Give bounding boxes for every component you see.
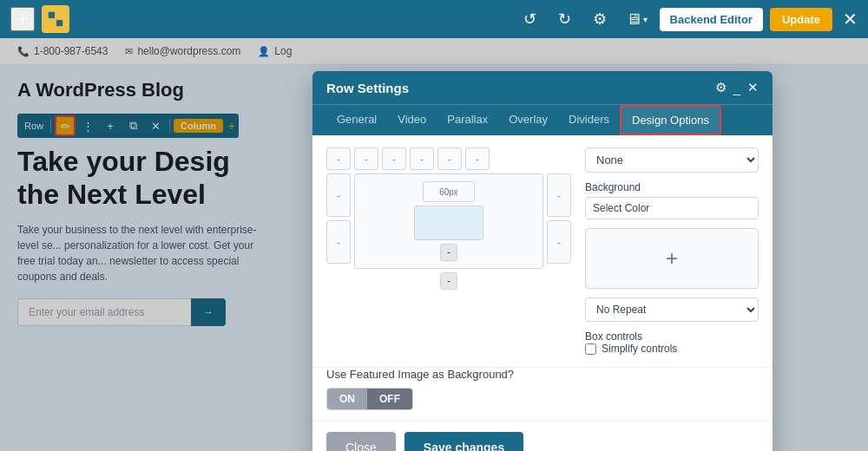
bottom-grid-row: - (326, 272, 571, 290)
tab-parallax[interactable]: Parallax (437, 105, 498, 135)
column-preview-box (414, 206, 483, 240)
svg-rect-1 (56, 12, 62, 18)
responsive-menu-button[interactable]: 🖥 ▾ (621, 7, 653, 32)
add-element-button[interactable]: + (10, 7, 35, 31)
tab-overlay[interactable]: Overlay (498, 105, 558, 135)
modal-minimize-button[interactable]: _ (733, 81, 740, 95)
modal-close-button[interactable]: ✕ (747, 80, 759, 95)
box-controls-label: Box controls (585, 330, 759, 343)
app-logo (42, 5, 69, 33)
modal-grid-area: - - - - - - - - 60px (326, 147, 571, 355)
featured-image-toggle: ON OFF (326, 388, 413, 410)
modal-settings-icon[interactable]: ⚙ (715, 80, 727, 95)
tab-general[interactable]: General (326, 105, 387, 135)
modal-footer: Close Save changes (312, 421, 773, 451)
right-settings-panel: None Background Select Color + No Repeat (585, 147, 759, 355)
add-image-icon: + (666, 246, 678, 271)
grid-box[interactable]: - (465, 147, 490, 170)
left-col-boxes: - - (326, 173, 351, 264)
close-button[interactable]: Close (326, 432, 396, 451)
right-col-boxes: - - (547, 173, 571, 264)
tab-design-options[interactable]: Design Options (620, 105, 721, 135)
monitor-icon: 🖥 (626, 10, 641, 29)
toggle-on-button[interactable]: ON (327, 389, 367, 409)
dropdown-arrow-icon: ▾ (643, 15, 648, 24)
simplify-controls-label: Simplify controls (602, 343, 677, 355)
backend-editor-button[interactable]: Backend Editor (660, 8, 763, 31)
modal-body: - - - - - - - - 60px (312, 135, 773, 367)
undo-button[interactable]: ↺ (516, 5, 544, 33)
top-grid-row: - - - - - - (326, 147, 571, 170)
svg-rect-2 (49, 20, 55, 26)
grid-box[interactable]: - (382, 147, 406, 170)
bottom-spacing-btn[interactable]: - (440, 272, 457, 290)
background-section: Background Select Color (585, 181, 759, 219)
simplify-controls-row: Simplify controls (585, 343, 759, 355)
svg-rect-3 (56, 20, 62, 26)
grid-box[interactable]: - (354, 147, 378, 170)
spacing-decrease-button[interactable]: - (440, 244, 457, 261)
select-color-button[interactable]: Select Color (585, 197, 759, 219)
grid-box[interactable]: - (437, 147, 462, 170)
box-controls-section: Box controls Simplify controls (585, 330, 759, 355)
update-button[interactable]: Update (770, 8, 832, 31)
simplify-controls-checkbox[interactable] (585, 343, 596, 355)
grid-box-left-top[interactable]: - (326, 173, 351, 217)
toggle-off-button[interactable]: OFF (367, 389, 412, 409)
grid-box-right-top[interactable]: - (547, 173, 571, 217)
grid-box-left-bottom[interactable]: - (326, 220, 351, 264)
repeat-select[interactable]: No Repeat (585, 297, 759, 322)
page-area: 📞 1-800-987-6543 ✉ hello@wordpress.com 👤… (0, 38, 868, 451)
spacing-value-box: 60px (423, 181, 475, 202)
redo-button[interactable]: ↻ (551, 5, 579, 33)
grid-box-right-bottom[interactable]: - (547, 220, 571, 264)
middle-grid-area: - - 60px - - - (326, 173, 571, 269)
background-image-upload[interactable]: + (585, 228, 759, 289)
save-changes-button[interactable]: Save changes (404, 432, 523, 451)
tab-dividers[interactable]: Dividers (558, 105, 620, 135)
background-label: Background (585, 181, 759, 193)
center-column-area: 60px - (354, 173, 543, 269)
modal-tabs: General Video Parallax Overlay Dividers … (312, 104, 773, 135)
svg-rect-0 (49, 12, 55, 18)
featured-image-question: Use Featured Image as Background? (326, 368, 759, 381)
modal-header: Row Settings ⚙ _ ✕ (312, 71, 773, 104)
modal-header-icons: ⚙ _ ✕ (715, 80, 759, 95)
design-none-select[interactable]: None (585, 147, 759, 173)
row-settings-modal: Row Settings ⚙ _ ✕ General Video Paralla… (312, 71, 773, 451)
close-editor-button[interactable]: ✕ (843, 9, 858, 29)
settings-button[interactable]: ⚙ (586, 5, 614, 33)
featured-image-section: Use Featured Image as Background? ON OFF (312, 367, 773, 421)
grid-box[interactable]: - (326, 147, 351, 170)
grid-box[interactable]: - (410, 147, 434, 170)
modal-title: Row Settings (326, 81, 409, 95)
tab-video[interactable]: Video (387, 105, 437, 135)
top-toolbar: + ↺ ↻ ⚙ 🖥 ▾ Backend Editor Update ✕ (0, 0, 868, 38)
